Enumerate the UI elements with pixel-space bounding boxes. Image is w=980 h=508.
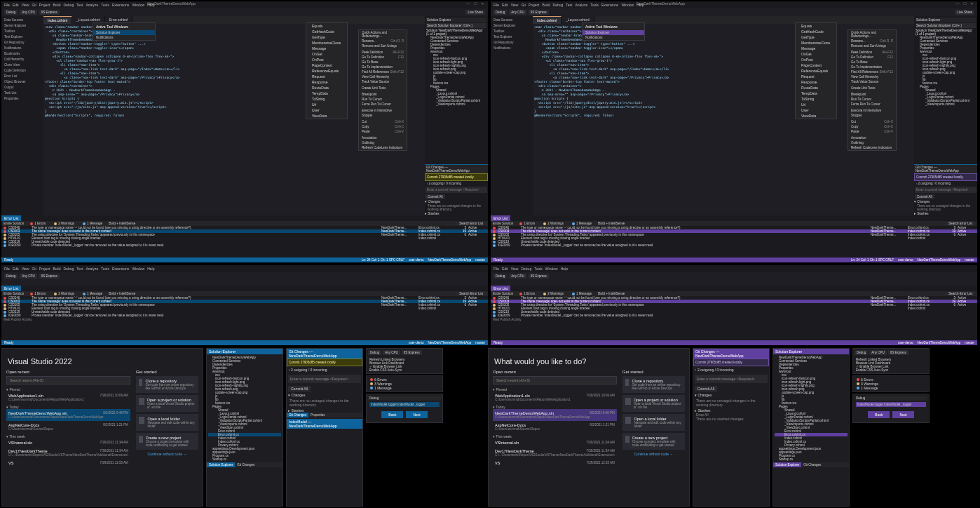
tab-gitchanges[interactable]: Git Changes <box>287 413 308 417</box>
status-repo[interactable]: NewDarkThemeDemoWebApp <box>428 258 472 262</box>
ctx-item[interactable]: Rename...Ctrl+R, R <box>848 39 896 44</box>
intelli-item[interactable]: Url <box>796 102 836 107</box>
config-anycpu[interactable]: Any CPU <box>383 350 400 355</box>
ctx-item[interactable]: Go To Implementation <box>848 65 896 69</box>
errorlist-tab[interactable]: Error List <box>1 286 21 291</box>
config-anycpu[interactable]: Any CPU <box>869 350 887 355</box>
ctx-item[interactable]: Refresh CodeLens Indicators <box>359 145 407 150</box>
getstarted-item[interactable]: Open a project or solutionOpen a local V… <box>136 395 198 412</box>
next-button[interactable]: Next <box>892 411 913 418</box>
menu-file[interactable]: File <box>4 3 10 7</box>
config-anycpu[interactable]: Any CPU <box>509 274 526 279</box>
dock-code-def[interactable]: Code Definition <box>3 68 42 73</box>
tab-gitchanges[interactable]: Git Changes <box>801 462 823 467</box>
getstarted-item[interactable]: Create a new projectChoose a project tem… <box>136 433 198 450</box>
intelli-item[interactable]: Equals <box>796 23 836 29</box>
tree-item[interactable]: _ViewImports.cshtml <box>426 102 486 106</box>
menu-extensions[interactable]: Extensions <box>112 3 129 7</box>
menu-help[interactable]: Help <box>147 3 154 7</box>
recent-item[interactable]: 7/29/2021 12:55 AMVS <box>493 459 617 467</box>
warnings-pill[interactable]: 2 Warnings <box>541 222 566 225</box>
ctx-item[interactable]: Snippet <box>848 113 896 118</box>
tab-index-cshtml[interactable]: Index.cshtml <box>43 16 72 24</box>
menu-test[interactable]: Test <box>76 3 83 7</box>
intelli-item[interactable]: OnGet <box>306 51 347 57</box>
status-repo[interactable]: NewDarkThemeDemoWebApp <box>428 341 472 345</box>
recent-item[interactable]: 8/2/2021 9:48 PMNewDarkThemeDemoWebApp.s… <box>6 409 130 421</box>
ctx-item[interactable]: CutCtrl+X <box>359 119 407 124</box>
tree-item[interactable]: _ViewImports.cshtml <box>916 102 976 106</box>
close-icon[interactable]: × <box>970 1 973 6</box>
minimize-icon[interactable]: — <box>955 1 960 6</box>
status-branch[interactable]: master <box>475 258 485 262</box>
recent-item[interactable]: 7/30/2021 11:34 AMVSInternal.sln <box>6 439 130 447</box>
recent-item[interactable]: 8/2/2021 1:21 PMAspNetCore-DocsC:\Users\… <box>493 421 617 433</box>
menu-file[interactable]: File <box>4 267 10 271</box>
messages-pill[interactable]: 1 Message <box>855 386 927 390</box>
menu-file[interactable]: File <box>494 267 499 271</box>
errorlist-scope[interactable]: Entire Solution <box>4 292 24 295</box>
browser-link-menu[interactable]: Refresh Linked Browsers Browser Link Das… <box>853 356 929 373</box>
ctx-item[interactable]: Quick Actions and Refactorings... <box>359 30 407 39</box>
recent-item[interactable]: 7/30/2021 11:34 AMVSInternal.sln <box>493 439 617 447</box>
ctx-item[interactable]: Go To DefinitionF12 <box>848 55 896 60</box>
git-outgoing[interactable]: ↑ 2 outgoing / 0 incoming <box>287 366 362 373</box>
ctx-item[interactable]: Create Unit Tests <box>359 86 407 91</box>
errorlist-search[interactable]: Search Error List <box>456 292 486 295</box>
messages-pill[interactable]: 1 Message <box>570 292 594 295</box>
ctx-item[interactable]: Go To DefinitionF12 <box>359 55 407 60</box>
ctx-item[interactable]: PasteCtrl+V <box>359 129 407 134</box>
status-user[interactable]: user-demo <box>409 258 424 262</box>
messages-pill[interactable]: 1 Message <box>81 222 104 225</box>
errorlist-tab[interactable]: Error List <box>1 215 21 221</box>
git-outgoing[interactable]: ↑ 2 outgoing / 0 incoming <box>693 366 769 373</box>
errorlist-scope[interactable]: Entire Solution <box>493 292 513 295</box>
recent-item[interactable]: 7/30/2021 11:34 AMDev17NewDarkThemeC:\..… <box>493 447 617 459</box>
intelli-item[interactable]: OnGet <box>796 51 836 57</box>
ctx-item[interactable]: Execute in Interactive <box>848 108 896 113</box>
menu-edit[interactable]: Edit <box>502 3 508 7</box>
recent-search[interactable]: Search recent (Alt+S) <box>493 376 617 385</box>
commit-message[interactable]: Enter a commit message <Required> <box>426 187 487 193</box>
ctx-item[interactable]: Refresh CodeLens Indicators <box>848 145 896 150</box>
ctx-item[interactable]: CutCtrl+X <box>848 119 896 124</box>
status-branch[interactable]: master <box>475 341 485 345</box>
menu-view[interactable]: View <box>511 3 519 7</box>
commit-message[interactable]: Enter a commit message <Required> <box>915 187 976 193</box>
ctx-item[interactable]: Go To Base <box>359 60 407 65</box>
dock-git-repo[interactable]: Git Repository <box>3 40 42 45</box>
commit-all-button[interactable]: Commit All <box>915 194 934 199</box>
dock-git-repo[interactable]: Git Repository <box>492 40 531 45</box>
ctx-item[interactable]: Execute in Interactive <box>359 108 407 113</box>
intelli-item[interactable]: ViewData <box>306 113 347 119</box>
run-button[interactable]: IIS Express <box>888 350 908 355</box>
close-icon[interactable]: × <box>481 1 484 6</box>
intelli-item[interactable]: Message <box>306 46 347 51</box>
menu-extensions[interactable]: Extensions <box>601 3 618 7</box>
switcher-notifications[interactable]: Notifications <box>583 35 644 40</box>
recent-item[interactable]: 7/30/2021 10:06 AMWebApplication1.slnC:\… <box>493 392 617 403</box>
menu-analyze[interactable]: Analyze <box>86 3 98 7</box>
errors-pill[interactable]: 1 Errors <box>517 222 537 225</box>
commit-all-button[interactable]: Commit All <box>695 386 717 392</box>
ctx-item[interactable]: Run To Cursor <box>359 97 407 102</box>
back-button[interactable]: Back <box>868 411 890 418</box>
recent-item[interactable]: 8/2/2021 9:48 PMNewDarkThemeDemoWebApp.s… <box>493 409 617 421</box>
errorlist-tab[interactable]: Error List <box>491 215 510 221</box>
git-outgoing[interactable]: ↑ 2 outgoing / 0 incoming <box>914 181 977 186</box>
ctx-item[interactable]: CopyCtrl+C <box>848 124 896 129</box>
intelli-item[interactable]: GetType <box>796 34 836 40</box>
ctx-item[interactable]: Breakpoint <box>359 92 407 97</box>
run-button[interactable]: IIS Express <box>39 274 60 279</box>
status-repo[interactable]: NewDarkThemeDemoWebApp <box>918 341 961 345</box>
intellisense-popup[interactable]: EqualsGetHashCodeGetTypeMemberwiseCloneM… <box>306 22 348 119</box>
recent-search[interactable]: Search recent (Alt+S) <box>6 376 130 385</box>
live-share-button[interactable]: Live Share <box>955 10 974 15</box>
commit-all-button[interactable]: Commit All <box>426 194 445 199</box>
dock-datasources[interactable]: Data Sources <box>3 18 42 22</box>
intelli-item[interactable]: RouteData <box>796 85 836 91</box>
back-button[interactable]: Back <box>381 411 403 418</box>
menu-git[interactable]: Git <box>521 3 525 7</box>
menu-build[interactable]: Build <box>542 3 550 7</box>
commit-message[interactable]: Enter a commit message <Required> <box>695 375 768 383</box>
